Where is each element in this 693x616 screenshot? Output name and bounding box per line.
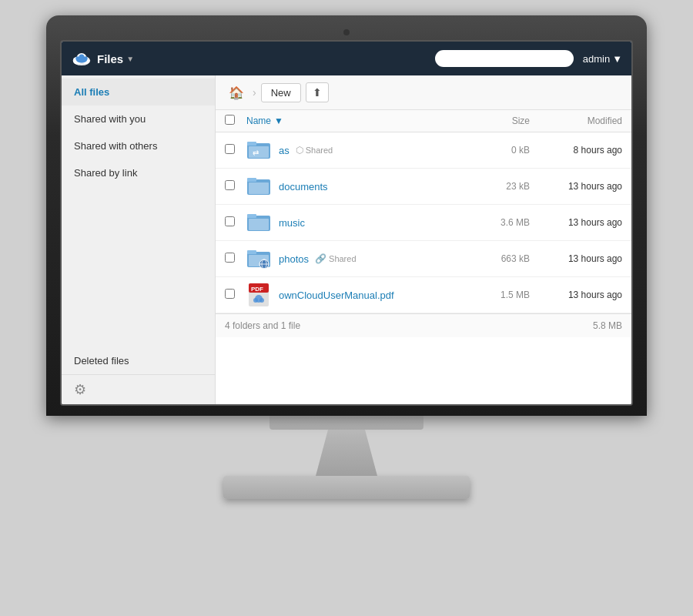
svg-rect-14 xyxy=(249,182,269,194)
svg-rect-9 xyxy=(247,142,256,146)
settings-icon[interactable]: ⚙ xyxy=(74,381,203,398)
search-input[interactable] xyxy=(435,50,574,67)
file-name-photos: photos 🔗 Shared xyxy=(279,253,468,265)
file-summary: 4 folders and 1 file xyxy=(225,320,300,331)
file-modified-photos: 13 hours ago xyxy=(530,253,622,264)
file-size-manual: 1.5 MB xyxy=(468,290,530,300)
file-link-documents[interactable]: documents xyxy=(279,181,328,192)
row-checkbox[interactable] xyxy=(225,180,235,190)
svg-text:PDF: PDF xyxy=(251,286,263,293)
svg-point-29 xyxy=(259,298,264,303)
file-modified-manual: 13 hours ago xyxy=(530,290,622,300)
table-row[interactable]: documents 23 kB 13 hours ago xyxy=(216,169,631,205)
row-checkbox-cell xyxy=(225,253,246,265)
folder-icon xyxy=(246,210,271,235)
header-checkbox-cell xyxy=(225,115,246,127)
content-area: All files Shared with you Shared with ot… xyxy=(62,75,631,404)
app-title[interactable]: Files ▼ xyxy=(97,52,134,65)
row-checkbox-cell xyxy=(225,216,246,229)
table-row[interactable]: ⇄ as ⬡ Shared 0 kB xyxy=(216,132,631,169)
user-dropdown-icon: ▼ xyxy=(612,53,622,65)
header: Files ▼ 🔍 admin ▼ xyxy=(62,42,631,75)
row-checkbox-cell xyxy=(225,180,246,192)
app-name-label: Files xyxy=(97,52,123,65)
file-size-as: 0 kB xyxy=(468,145,530,156)
file-modified-as: 8 hours ago xyxy=(530,145,622,156)
file-link-music[interactable]: music xyxy=(279,217,305,229)
row-checkbox[interactable] xyxy=(225,289,235,299)
cloud-logo-icon xyxy=(71,48,92,69)
sidebar-divider xyxy=(62,186,215,347)
folder-shared-icon: ⇄ xyxy=(246,138,271,162)
file-size-photos: 663 kB xyxy=(468,253,530,264)
svg-rect-10 xyxy=(249,146,269,158)
app-name-chevron: ▼ xyxy=(126,55,134,63)
table-row[interactable]: PDF ownCloudUserManual.pdf xyxy=(216,277,631,313)
table-row[interactable]: photos 🔗 Shared 663 kB 13 hours ago xyxy=(216,241,631,277)
monitor-stand-base xyxy=(223,476,470,499)
user-menu[interactable]: admin ▼ xyxy=(583,53,622,65)
column-modified-header: Modified xyxy=(530,116,622,126)
sidebar-item-shared-by-link[interactable]: Shared by link xyxy=(62,159,215,186)
file-name-music: music xyxy=(279,217,468,229)
total-size: 5.8 MB xyxy=(593,320,622,331)
svg-rect-19 xyxy=(247,250,256,254)
monitor-stand-top xyxy=(270,416,424,430)
row-checkbox-cell xyxy=(225,144,246,156)
row-checkbox[interactable] xyxy=(225,216,235,226)
file-name-documents: documents xyxy=(279,181,468,192)
svg-text:⇄: ⇄ xyxy=(253,149,259,157)
column-size-header: Size xyxy=(468,116,530,126)
svg-rect-17 xyxy=(249,219,269,230)
file-link-manual[interactable]: ownCloudUserManual.pdf xyxy=(279,290,394,301)
file-name-manual: ownCloudUserManual.pdf xyxy=(279,290,468,301)
file-size-music: 3.6 MB xyxy=(468,217,530,228)
sidebar-bottom: ⚙ xyxy=(62,374,215,404)
sidebar: All files Shared with you Shared with ot… xyxy=(62,75,216,404)
svg-rect-13 xyxy=(247,178,256,182)
sort-icon: ▼ xyxy=(274,116,283,126)
folder-icon xyxy=(246,174,271,199)
folder-photos-icon xyxy=(246,246,271,271)
monitor-outer: Files ▼ 🔍 admin ▼ xyxy=(46,15,647,416)
shared-badge-as: ⬡ Shared xyxy=(296,145,333,156)
svg-point-7 xyxy=(76,58,87,63)
pdf-icon: PDF xyxy=(246,283,271,307)
file-table-header: Name ▼ Size Modified xyxy=(216,110,631,132)
share-icon: 🔗 xyxy=(315,253,326,264)
file-link-photos[interactable]: photos xyxy=(279,253,309,265)
monitor-wrapper: Files ▼ 🔍 admin ▼ xyxy=(31,15,662,601)
app: Files ▼ 🔍 admin ▼ xyxy=(62,42,631,404)
table-row[interactable]: music 3.6 MB 13 hours ago xyxy=(216,205,631,241)
file-size-documents: 23 kB xyxy=(468,181,530,192)
search-wrapper: 🔍 xyxy=(435,50,574,67)
toolbar: 🏠 › New ⬆ xyxy=(216,75,631,110)
file-modified-documents: 13 hours ago xyxy=(530,181,622,192)
monitor-camera xyxy=(343,29,350,35)
sidebar-item-all-files[interactable]: All files xyxy=(62,79,215,105)
svg-point-28 xyxy=(253,298,258,303)
svg-rect-16 xyxy=(247,214,256,218)
main-content: 🏠 › New ⬆ xyxy=(216,75,631,404)
row-checkbox[interactable] xyxy=(225,144,235,154)
file-table-footer: 4 folders and 1 file 5.8 MB xyxy=(216,313,631,337)
file-name-as: as ⬡ Shared xyxy=(279,145,468,156)
sidebar-item-shared-with-you[interactable]: Shared with you xyxy=(62,105,215,132)
sidebar-item-shared-with-others[interactable]: Shared with others xyxy=(62,132,215,159)
monitor-stand-neck xyxy=(316,430,377,476)
file-link-as[interactable]: as xyxy=(279,145,290,156)
sidebar-item-deleted-files[interactable]: Deleted files xyxy=(62,347,215,374)
column-name-header[interactable]: Name ▼ xyxy=(246,116,468,126)
new-button[interactable]: New xyxy=(261,83,301,102)
shared-badge-photos: 🔗 Shared xyxy=(315,253,356,264)
upload-button[interactable]: ⬆ xyxy=(306,82,329,102)
row-checkbox[interactable] xyxy=(225,253,235,263)
share-icon: ⬡ xyxy=(296,145,303,156)
username-label: admin xyxy=(583,53,610,65)
home-button[interactable]: 🏠 xyxy=(225,82,248,103)
select-all-checkbox[interactable] xyxy=(225,115,235,125)
breadcrumb-chevron: › xyxy=(253,86,256,99)
file-modified-music: 13 hours ago xyxy=(530,217,622,228)
file-table: Name ▼ Size Modified xyxy=(216,110,631,404)
monitor-screen: Files ▼ 🔍 admin ▼ xyxy=(60,40,633,406)
